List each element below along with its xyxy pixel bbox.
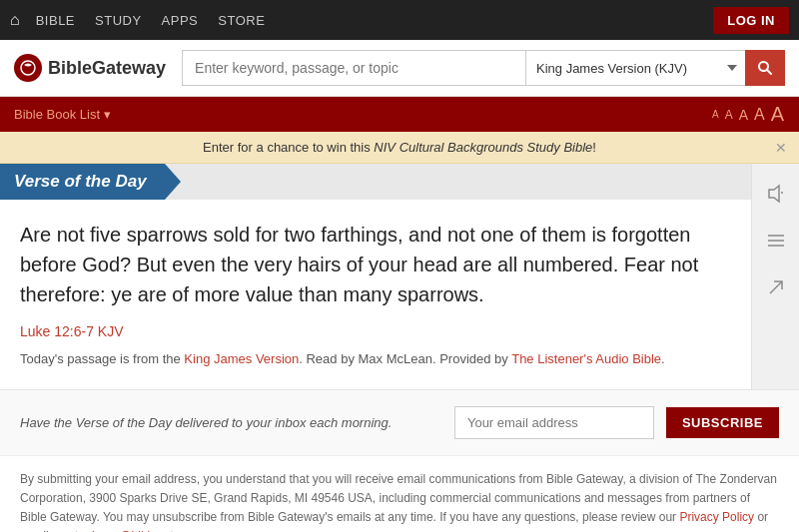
kjv-link[interactable]: King James Version <box>184 351 299 366</box>
svg-line-2 <box>767 70 771 74</box>
email-input[interactable] <box>454 406 654 439</box>
login-button[interactable]: LOG IN <box>713 7 789 34</box>
font-size-a1[interactable]: A <box>712 109 719 120</box>
logo-text: BibleGateway <box>48 58 166 79</box>
nav-store[interactable]: STORE <box>218 13 265 28</box>
verse-text: Are not five sparrows sold for two farth… <box>20 220 731 309</box>
logo-icon <box>14 54 42 82</box>
logo-area: BibleGateway <box>14 54 166 82</box>
svg-marker-3 <box>769 186 779 202</box>
sub-nav: Bible Book List ▾ A A A A A <box>0 97 799 132</box>
verse-meta: Today's passage is from the King James V… <box>20 349 731 369</box>
svg-point-0 <box>21 61 35 75</box>
banner-text: Enter for a chance to win this NIV Cultu… <box>203 140 596 155</box>
site-header: BibleGateway King James Version (KJV) Ne… <box>0 40 799 97</box>
search-button[interactable] <box>745 50 785 86</box>
nav-bible[interactable]: BIBLE <box>36 13 75 28</box>
disclaimer-section: By submitting your email address, you un… <box>0 455 799 533</box>
nav-study[interactable]: STUDY <box>95 13 142 28</box>
promo-banner: Enter for a chance to win this NIV Cultu… <box>0 132 799 164</box>
share-icon[interactable] <box>766 277 786 302</box>
audio-icon[interactable] <box>766 184 786 209</box>
disclaimer-text: By submitting your email address, you un… <box>20 472 777 524</box>
home-icon[interactable]: ⌂ <box>10 11 20 29</box>
main-content: Verse of the Day Are not five sparrows s… <box>0 164 799 389</box>
search-bar: King James Version (KJV) New Internation… <box>182 50 785 86</box>
subscribe-button[interactable]: SUBSCRIBE <box>666 407 779 438</box>
font-size-a2[interactable]: A <box>725 108 733 122</box>
font-size-controls: A A A A A <box>711 103 785 126</box>
list-icon[interactable] <box>766 233 786 254</box>
banner-close-button[interactable]: ✕ <box>775 140 787 156</box>
votd-header: Verse of the Day <box>0 164 165 200</box>
top-nav: ⌂ BIBLE STUDY APPS STORE LOG IN <box>0 0 799 40</box>
nav-apps[interactable]: APPS <box>162 13 199 28</box>
bible-book-list-link[interactable]: Bible Book List ▾ <box>14 107 111 122</box>
font-size-a3[interactable]: A <box>739 107 748 123</box>
votd-title: Verse of the Day <box>14 172 147 191</box>
privacy-policy-link[interactable]: Privacy Policy <box>679 510 754 524</box>
font-size-a4[interactable]: A <box>754 106 765 124</box>
verse-of-day-section: Verse of the Day Are not five sparrows s… <box>0 164 751 389</box>
votd-content: Are not five sparrows sold for two farth… <box>0 200 751 389</box>
side-icons-panel <box>751 164 799 389</box>
subscribe-label: Have the Verse of the Day delivered to y… <box>20 415 442 430</box>
search-input[interactable] <box>182 50 525 86</box>
audio-bible-link[interactable]: The Listener's Audio Bible <box>511 351 661 366</box>
version-select[interactable]: King James Version (KJV) New Internation… <box>525 50 745 86</box>
subscribe-section: Have the Verse of the Day delivered to y… <box>0 389 799 455</box>
verse-reference[interactable]: Luke 12:6-7 KJV <box>20 323 731 339</box>
font-size-a5[interactable]: A <box>771 103 784 126</box>
